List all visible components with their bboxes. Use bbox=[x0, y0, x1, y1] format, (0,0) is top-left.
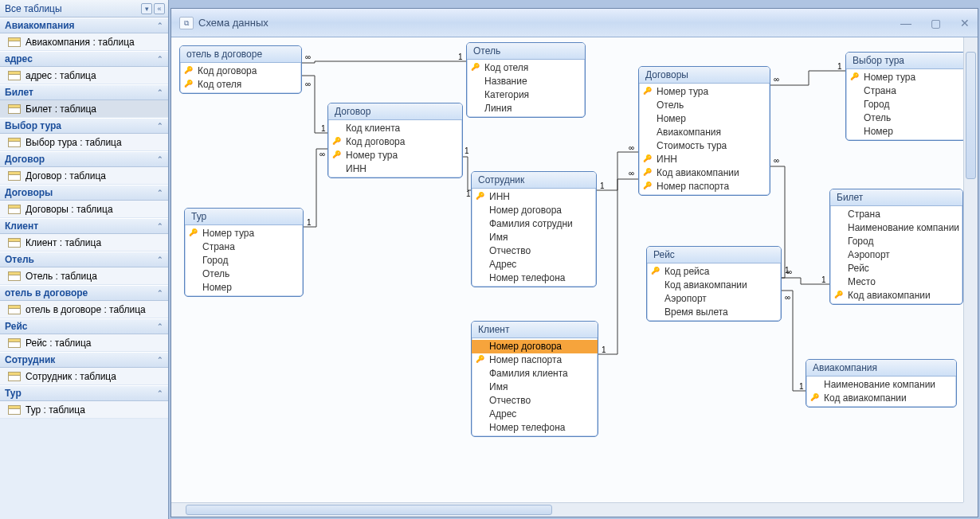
table-field[interactable]: Время вылета bbox=[647, 306, 781, 319]
table-title[interactable]: Тур bbox=[185, 209, 303, 225]
table-field[interactable]: Имя bbox=[472, 380, 598, 394]
nav-group-header[interactable]: Договоры⌃ bbox=[0, 185, 168, 201]
table-sotrudnik[interactable]: СотрудникИНННомер договораФамилия сотруд… bbox=[471, 171, 597, 287]
nav-group-header[interactable]: Рейс⌃ bbox=[0, 318, 168, 334]
table-title[interactable]: Выбор тура bbox=[846, 53, 963, 69]
relationship-canvas[interactable]: ∞1∞1∞1111∞1∞∞1∞1∞1∞1 отель в договореКод… bbox=[171, 37, 963, 502]
table-field[interactable]: Отель bbox=[185, 267, 303, 281]
nav-group-header[interactable]: отель в договоре⌃ bbox=[0, 285, 168, 301]
nav-group-header[interactable]: Выбор тура⌃ bbox=[0, 118, 168, 134]
table-title[interactable]: отель в договоре bbox=[180, 46, 301, 63]
table-otel[interactable]: ОтельКод отеляНазваниеКатегорияЛиния bbox=[466, 42, 586, 118]
nav-table-item[interactable]: отель в договоре : таблица bbox=[0, 301, 168, 318]
collapse-icon[interactable]: ⌃ bbox=[157, 151, 163, 167]
nav-group-header[interactable]: Авиакомпания⌃ bbox=[0, 18, 168, 33]
table-title[interactable]: Договор bbox=[328, 103, 462, 120]
nav-table-item[interactable]: Билет : таблица bbox=[0, 100, 168, 118]
nav-group-header[interactable]: Договор⌃ bbox=[0, 151, 168, 167]
collapse-icon[interactable]: ⌃ bbox=[157, 218, 163, 234]
table-field[interactable]: Город bbox=[830, 235, 962, 248]
collapse-icon[interactable]: ⌃ bbox=[157, 385, 163, 401]
table-field[interactable]: Код клиента bbox=[328, 122, 462, 135]
close-icon[interactable]: ✕ bbox=[960, 17, 970, 29]
table-field[interactable]: Наименование компании bbox=[806, 378, 956, 392]
table-reis[interactable]: РейсКод рейсаКод авиакомпанииАэропортВре… bbox=[646, 246, 782, 322]
table-field[interactable]: Город bbox=[846, 98, 963, 111]
nav-table-item[interactable]: Договоры : таблица bbox=[0, 201, 168, 218]
table-field[interactable]: Название bbox=[467, 75, 585, 88]
collapse-icon[interactable]: ⌃ bbox=[157, 252, 163, 267]
horizontal-scrollbar[interactable] bbox=[171, 502, 963, 517]
table-field[interactable]: Отель bbox=[639, 99, 770, 112]
table-field[interactable]: Адрес bbox=[472, 258, 596, 271]
table-dogovor[interactable]: ДоговорКод клиентаКод договораНомер тура… bbox=[327, 103, 463, 178]
table-field[interactable]: Код авиакомпании bbox=[647, 279, 781, 292]
table-field[interactable]: Номер тура bbox=[185, 227, 303, 240]
table-field[interactable]: Отель bbox=[846, 111, 963, 125]
scroll-thumb[interactable] bbox=[186, 505, 552, 515]
table-field[interactable]: Авиакомпания bbox=[639, 126, 770, 139]
nav-table-item[interactable]: Авиакомпания : таблица bbox=[0, 33, 168, 51]
table-field[interactable]: Номер тура bbox=[846, 71, 963, 84]
table-avia[interactable]: АвиакомпанияНаименование компанииКод ави… bbox=[806, 359, 957, 408]
nav-pane-header[interactable]: Все таблицы ▾ « bbox=[0, 0, 168, 18]
nav-group-header[interactable]: Клиент⌃ bbox=[0, 218, 168, 234]
table-field[interactable]: Отчество bbox=[472, 394, 598, 408]
table-title[interactable]: Отель bbox=[467, 43, 585, 60]
nav-group-header[interactable]: Отель⌃ bbox=[0, 252, 168, 267]
table-field[interactable]: Номер договора bbox=[472, 204, 596, 217]
table-field[interactable]: ИНН bbox=[328, 162, 462, 176]
table-title[interactable]: Билет bbox=[830, 189, 962, 206]
collapse-icon[interactable]: ⌃ bbox=[157, 285, 163, 301]
scroll-thumb[interactable] bbox=[966, 52, 976, 179]
nav-group-header[interactable]: Билет⌃ bbox=[0, 84, 168, 100]
nav-table-item[interactable]: Договор : таблица bbox=[0, 167, 168, 185]
maximize-icon[interactable]: ▢ bbox=[931, 17, 941, 29]
table-field[interactable]: Страна bbox=[846, 84, 963, 98]
table-field[interactable]: Место bbox=[830, 275, 962, 289]
table-field[interactable]: Код договора bbox=[180, 64, 301, 78]
table-title[interactable]: Договоры bbox=[639, 67, 770, 84]
table-field[interactable]: Категория bbox=[467, 88, 585, 102]
nav-group-header[interactable]: Тур⌃ bbox=[0, 385, 168, 401]
collapse-icon[interactable]: ⌃ bbox=[157, 51, 163, 67]
table-title[interactable]: Клиент bbox=[472, 322, 598, 338]
table-klient[interactable]: КлиентНомер договораНомер паспортаФамили… bbox=[471, 321, 598, 437]
table-field[interactable]: Код отеля bbox=[180, 78, 301, 92]
table-field[interactable]: Страна bbox=[185, 240, 303, 254]
table-field[interactable]: Номер bbox=[639, 112, 770, 126]
nav-table-item[interactable]: Отель : таблица bbox=[0, 267, 168, 285]
table-vybor[interactable]: Выбор тураНомер тураСтранаГородОтельНоме… bbox=[845, 52, 963, 141]
table-field[interactable]: Адрес bbox=[472, 408, 598, 421]
table-field[interactable]: Номер паспорта bbox=[472, 353, 598, 367]
table-field[interactable]: Номер bbox=[185, 281, 303, 295]
minimize-icon[interactable]: — bbox=[900, 17, 911, 29]
nav-table-item[interactable]: Рейс : таблица bbox=[0, 334, 168, 352]
table-title[interactable]: Авиакомпания bbox=[806, 360, 956, 377]
table-field[interactable]: Фамилия сотрудни bbox=[472, 217, 596, 231]
nav-group-header[interactable]: адрес⌃ bbox=[0, 51, 168, 67]
table-field[interactable]: Номер телефона bbox=[472, 271, 596, 285]
table-tur[interactable]: ТурНомер тураСтранаГородОтельНомер bbox=[184, 208, 304, 297]
table-field[interactable]: Рейс bbox=[830, 262, 962, 275]
table-title[interactable]: Сотрудник bbox=[472, 172, 596, 189]
table-field[interactable]: Аэропорт bbox=[830, 248, 962, 262]
collapse-icon[interactable]: ⌃ bbox=[157, 185, 163, 201]
table-otel_v_dog[interactable]: отель в договореКод договораКод отеля bbox=[179, 45, 302, 94]
nav-group-header[interactable]: Сотрудник⌃ bbox=[0, 352, 168, 368]
nav-table-item[interactable]: Клиент : таблица bbox=[0, 234, 168, 252]
table-field[interactable]: Линия bbox=[467, 102, 585, 115]
collapse-icon[interactable]: ⌃ bbox=[157, 84, 163, 100]
table-field[interactable]: Отчество bbox=[472, 244, 596, 258]
table-field[interactable]: Аэропорт bbox=[647, 292, 781, 306]
table-field[interactable]: Номер телефона bbox=[472, 421, 598, 435]
table-field[interactable]: Город bbox=[185, 254, 303, 267]
nav-table-item[interactable]: Тур : таблица bbox=[0, 401, 168, 419]
nav-table-item[interactable]: адрес : таблица bbox=[0, 67, 168, 84]
table-field[interactable]: Номер договора bbox=[472, 340, 598, 353]
nav-collapse-icon[interactable]: « bbox=[154, 3, 165, 14]
table-dogovory[interactable]: ДоговорыНомер тураОтельНомерАвиакомпания… bbox=[638, 66, 770, 196]
relationship-window-title-bar[interactable]: ⧉ Схема данных — ▢ ✕ bbox=[171, 9, 978, 37]
table-bilet[interactable]: БилетСтранаНаименование компанииГородАэр… bbox=[829, 189, 963, 305]
table-field[interactable]: Код договора bbox=[328, 135, 462, 149]
